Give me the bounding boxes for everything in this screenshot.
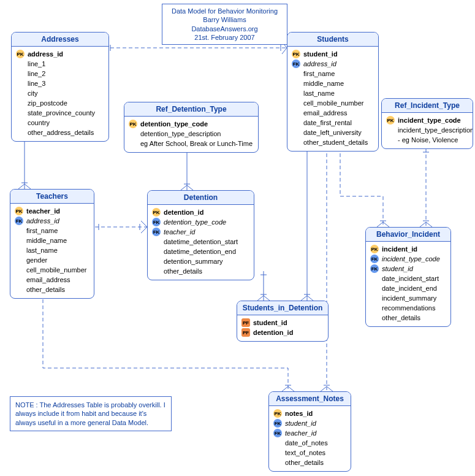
field-name: teacher_id — [26, 207, 60, 215]
no-key-spacer — [291, 138, 301, 147]
no-key-spacer — [15, 99, 25, 107]
field-row: date_first_rental — [291, 118, 374, 128]
field-name: line_1 — [28, 60, 45, 67]
pk-key-icon: PK — [151, 208, 161, 217]
field-row: cell_mobile_number — [291, 98, 374, 108]
field-name: detention_id — [164, 209, 203, 216]
fk-key-icon: FK — [14, 217, 24, 225]
no-key-spacer — [15, 69, 25, 78]
title-line-2: Barry Williams — [169, 15, 281, 24]
field-row: PKincident_id — [370, 244, 447, 254]
field-name: detention_type_description — [140, 130, 221, 137]
field-name: date_of_notes — [285, 439, 328, 447]
field-row: middle_name — [291, 79, 374, 88]
pk-key-icon: PK — [291, 50, 301, 58]
entity-ref-detention-type-header: Ref_Detention_Type — [124, 102, 258, 117]
note-box: NOTE : The Addresses Table is probably o… — [10, 396, 172, 431]
field-name: teacher_id — [164, 228, 195, 236]
entity-ref-incident-type-header: Ref_Incident_Type — [382, 99, 473, 113]
field-row: PKdetention_type_code — [128, 119, 254, 129]
field-row: FKaddress_id — [14, 216, 90, 226]
field-row: FKaddress_id — [291, 59, 374, 69]
entity-students-header: Students — [287, 33, 378, 47]
field-row: PKdetention_id — [151, 207, 250, 217]
field-row: datetime_detention_end — [151, 247, 250, 256]
no-key-spacer — [370, 284, 379, 293]
field-name: student_id — [285, 420, 316, 427]
no-key-spacer — [291, 99, 301, 107]
field-row: PFstudent_id — [241, 318, 324, 328]
entity-ref-detention-type: Ref_Detention_Type PKdetention_type_code… — [124, 102, 259, 153]
field-name: detention_summary — [164, 258, 223, 265]
field-name: line_2 — [28, 70, 45, 77]
field-row: text_of_notes — [273, 448, 347, 458]
field-name: incident_summary — [382, 294, 436, 302]
no-key-spacer — [128, 129, 138, 138]
no-key-spacer — [273, 439, 283, 447]
field-name: zip_postcode — [28, 99, 67, 107]
field-row: first_name — [14, 226, 90, 236]
field-row: PKincident_type_code — [386, 115, 469, 125]
field-row: line_2 — [15, 69, 105, 79]
field-name: city — [28, 90, 38, 97]
field-row: date_incident_end — [370, 283, 447, 293]
field-row: recommendations — [370, 303, 447, 313]
field-row: first_name — [291, 69, 374, 79]
field-name: text_of_notes — [285, 449, 325, 456]
no-key-spacer — [15, 60, 25, 68]
field-name: line_3 — [28, 80, 45, 87]
field-name: last_name — [26, 247, 58, 254]
title-line-4: 21st. February 2007 — [169, 33, 281, 42]
field-row: email_address — [14, 275, 90, 285]
entity-teachers: Teachers PKteacher_idFKaddress_idfirst_n… — [10, 189, 94, 299]
title-line-1: Data Model for Behavior Monitoring — [169, 7, 281, 15]
title-line-3: DatabaseAnswers.org — [169, 25, 281, 33]
pk-key-icon: PK — [128, 120, 138, 128]
field-name: address_id — [26, 217, 59, 225]
no-key-spacer — [386, 136, 395, 144]
field-name: datetime_detention_start — [164, 238, 238, 245]
pf-key-icon: PF — [241, 318, 251, 327]
field-name: detention_id — [253, 329, 293, 336]
no-key-spacer — [386, 126, 395, 134]
field-row: detention_type_description — [128, 129, 254, 139]
field-name: eg After School, Break or Lunch-Time — [140, 140, 253, 147]
fk-key-icon: FK — [273, 419, 283, 428]
entity-assessment-notes-header: Assessment_Notes — [269, 392, 351, 406]
pk-key-icon: PK — [14, 207, 24, 215]
entity-addresses: Addresses PKaddress_idline_1line_2line_3… — [11, 32, 109, 142]
field-row: middle_name — [14, 236, 90, 245]
entity-behavior-incident: Behavior_Incident PKincident_idFKinciden… — [365, 227, 451, 327]
field-name: detention_type_code — [140, 120, 208, 128]
no-key-spacer — [128, 139, 138, 148]
field-name: address_id — [303, 60, 336, 67]
field-row: FKdetention_type_code — [151, 217, 250, 227]
field-name: gender — [26, 256, 47, 264]
fk-key-icon: FK — [151, 228, 161, 236]
no-key-spacer — [14, 285, 24, 294]
field-name: teacher_id — [285, 429, 316, 437]
pk-key-icon: PK — [386, 116, 395, 125]
field-row: other_details — [370, 313, 447, 323]
field-row: date_of_notes — [273, 438, 347, 448]
no-key-spacer — [291, 128, 301, 137]
field-name: student_id — [382, 265, 413, 272]
no-key-spacer — [15, 89, 25, 98]
no-key-spacer — [15, 79, 25, 88]
field-name: detention_type_code — [164, 218, 226, 226]
field-row: date_left_university — [291, 128, 374, 137]
field-name: last_name — [303, 90, 335, 97]
field-row: line_1 — [15, 59, 105, 69]
no-key-spacer — [291, 89, 301, 98]
field-row: other_details — [273, 458, 347, 467]
entity-students: Students PKstudent_idFKaddress_idfirst_n… — [287, 32, 379, 152]
field-name: date_incident_end — [382, 285, 437, 292]
field-name: country — [28, 119, 50, 126]
field-row: detention_summary — [151, 256, 250, 266]
field-name: incident_type_description — [398, 126, 473, 134]
entity-teachers-header: Teachers — [10, 190, 94, 204]
no-key-spacer — [273, 448, 283, 457]
field-row: PKaddress_id — [15, 49, 105, 59]
field-row: FKteacher_id — [151, 227, 250, 237]
field-name: recommendations — [382, 304, 435, 312]
